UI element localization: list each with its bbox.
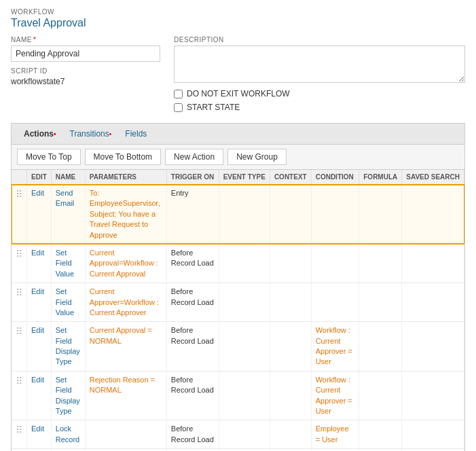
edit-link[interactable]: Edit [31, 249, 44, 257]
edit-link[interactable]: Edit [31, 326, 44, 334]
context-cell [270, 371, 311, 420]
workflow-section-label: WORKFLOW [11, 8, 465, 16]
edit-cell[interactable]: Edit [27, 371, 52, 420]
edit-link[interactable]: Edit [31, 425, 44, 433]
col-drag [12, 170, 27, 185]
drag-handle[interactable]: ⠿ [12, 283, 27, 322]
description-label: DESCRIPTION [174, 36, 465, 43]
script-id-label: SCRIPT ID [11, 67, 160, 75]
edit-link[interactable]: Edit [31, 376, 44, 384]
drag-handle[interactable]: ⠿ [12, 322, 27, 372]
edit-link[interactable]: Edit [31, 189, 44, 197]
edit-cell[interactable]: Edit [27, 185, 52, 245]
context-cell [270, 185, 311, 245]
context-cell [270, 322, 311, 372]
transitions-dot: • [109, 130, 112, 138]
name-cell: Set Field Value [51, 283, 85, 322]
trigger-on-cell: Before Record Load [166, 371, 219, 420]
saved-search-cell [402, 322, 464, 372]
name-cell: Set Field Value [51, 244, 85, 283]
formula-cell [359, 244, 402, 283]
context-cell [270, 420, 311, 449]
tab-fields[interactable]: Fields [118, 126, 153, 141]
name-cell: Set Field Display Type [51, 371, 85, 420]
parameters-cell: Current Approval=Workflow : Current Appr… [85, 244, 166, 283]
col-name: NAME [51, 170, 85, 185]
col-event-type: EVENT TYPE [219, 170, 270, 185]
col-formula: FORMULA [359, 170, 402, 185]
table-row: ⠿ Edit Send Email To: EmployeeSupervisor… [12, 185, 464, 245]
name-input[interactable] [11, 46, 160, 62]
trigger-on-cell: Before Record Load [166, 283, 219, 322]
start-state-label: START STATE [187, 103, 240, 112]
table-row: ⠿ Edit Set Field Value Current Approval=… [12, 244, 464, 283]
workflow-title: Travel Approval [11, 17, 465, 29]
do-not-exit-checkbox[interactable] [174, 90, 183, 98]
name-required: * [33, 36, 36, 43]
table-row: ⠿ Edit Set Field Value Current Approver=… [12, 283, 464, 322]
action-name-link[interactable]: Set Field Display Type [56, 376, 80, 415]
edit-link[interactable]: Edit [31, 287, 44, 295]
do-not-exit-label: DO NOT EXIT WORKFLOW [187, 89, 290, 98]
context-cell [270, 283, 311, 322]
drag-handle[interactable]: ⠿ [12, 371, 27, 420]
drag-handle[interactable]: ⠿ [12, 244, 27, 283]
action-name-link[interactable]: Set Field Value [56, 249, 74, 278]
formula-cell [359, 420, 402, 449]
actions-table: EDIT NAME PARAMETERS TRIGGER ON EVENT TY… [12, 170, 464, 451]
col-edit: EDIT [27, 170, 52, 185]
tab-actions[interactable]: Actions• [17, 126, 63, 141]
action-name-link[interactable]: Lock Record [56, 425, 79, 443]
event-type-cell [219, 322, 270, 372]
new-group-button[interactable]: New Group [227, 149, 287, 165]
name-label: NAME* [11, 36, 160, 43]
tabs-section: Actions• Transitions• Fields Move To Top… [11, 123, 465, 451]
parameters-cell: Current Approval = NORMAL [85, 322, 166, 372]
edit-cell[interactable]: Edit [27, 283, 52, 322]
saved-search-cell [402, 283, 464, 322]
trigger-on-cell: Before Record Load [166, 420, 219, 449]
edit-cell[interactable]: Edit [27, 420, 52, 449]
event-type-cell [219, 371, 270, 420]
move-to-top-button[interactable]: Move To Top [17, 149, 81, 165]
saved-search-cell [402, 420, 464, 449]
condition-cell [311, 283, 359, 322]
trigger-on-cell: Before Record Load [166, 322, 219, 372]
formula-cell [359, 283, 402, 322]
formula-cell [359, 185, 402, 245]
move-to-bottom-button[interactable]: Move To Bottom [85, 149, 161, 165]
edit-cell[interactable]: Edit [27, 244, 52, 283]
actions-dot: • [54, 130, 56, 138]
action-name-link[interactable]: Set Field Value [56, 287, 74, 317]
trigger-on-cell: Entry [166, 185, 219, 245]
event-type-cell [219, 283, 270, 322]
saved-search-cell [402, 244, 464, 283]
script-id-value: workflowstate7 [11, 77, 160, 86]
col-condition: CONDITION [311, 170, 359, 185]
condition-cell [311, 185, 359, 245]
actions-table-wrapper: EDIT NAME PARAMETERS TRIGGER ON EVENT TY… [12, 170, 464, 451]
saved-search-cell [402, 185, 464, 245]
new-action-button[interactable]: New Action [165, 149, 223, 165]
col-parameters: PARAMETERS [85, 170, 166, 185]
condition-cell: Workflow : Current Approver = User [311, 322, 359, 372]
condition-cell: Workflow : Current Approver = User [311, 371, 359, 420]
edit-cell[interactable]: Edit [27, 322, 52, 372]
saved-search-cell [402, 371, 464, 420]
parameters-cell: Rejection Reason = NORMAL [85, 371, 166, 420]
description-textarea[interactable] [174, 46, 465, 83]
tab-transitions[interactable]: Transitions• [63, 126, 119, 141]
action-name-link[interactable]: Send Email [56, 189, 75, 207]
name-cell: Set Field Display Type [51, 322, 85, 372]
formula-cell [359, 371, 402, 420]
event-type-cell [219, 185, 270, 245]
name-cell: Send Email [51, 185, 85, 245]
condition-cell: Employee = User [311, 420, 359, 449]
start-state-checkbox[interactable] [174, 103, 183, 112]
drag-handle[interactable]: ⠿ [12, 185, 27, 245]
table-row: ⠿ Edit Set Field Display Type Current Ap… [12, 322, 464, 372]
name-cell: Lock Record [51, 420, 85, 449]
action-name-link[interactable]: Set Field Display Type [56, 326, 80, 365]
drag-handle[interactable]: ⠿ [12, 420, 27, 449]
table-row: ⠿ Edit Set Field Display Type Rejection … [12, 371, 464, 420]
